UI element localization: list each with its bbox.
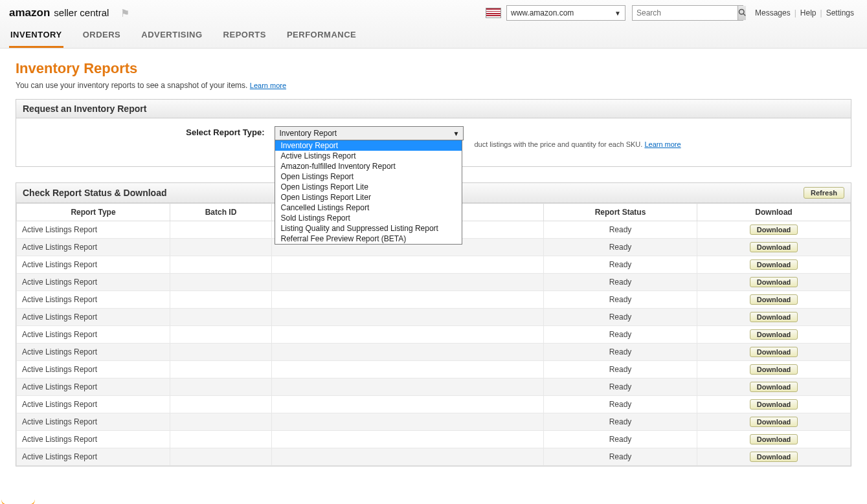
cell-report-type: Active Listings Report — [17, 326, 170, 344]
table-row: Active Listings ReportReadyDownload — [17, 256, 851, 274]
table-row: Active Listings ReportReadyDownload — [17, 344, 851, 361]
cell-batch-id — [170, 361, 272, 378]
report-type-option[interactable]: Open Listings Report — [275, 171, 462, 182]
col-report-type: Report Type — [17, 204, 170, 221]
cell-download: Download — [697, 239, 851, 256]
logo[interactable]: amazon seller central — [9, 6, 109, 19]
report-type-option[interactable]: Referral Fee Preview Report (BETA) — [275, 234, 462, 244]
report-type-option[interactable]: Listing Quality and Suppressed Listing R… — [275, 223, 462, 234]
download-button[interactable]: Download — [750, 452, 798, 462]
report-type-option[interactable]: Sold Listings Report — [275, 213, 462, 223]
report-type-select[interactable]: Inventory Report ▼ Inventory ReportActiv… — [275, 126, 464, 140]
cell-status: Ready — [544, 239, 697, 256]
cell-download: Download — [697, 378, 851, 396]
report-type-option[interactable]: Open Listings Report Liter — [275, 192, 462, 203]
cell-date — [272, 274, 544, 291]
tab-performance[interactable]: PERFORMANCE — [286, 30, 357, 48]
cell-date — [272, 431, 544, 448]
download-button[interactable]: Download — [750, 259, 798, 270]
cell-date — [272, 326, 544, 344]
cell-batch-id — [170, 344, 272, 361]
cell-status: Ready — [544, 221, 697, 239]
cell-report-type: Active Listings Report — [17, 256, 170, 274]
cell-status: Ready — [544, 256, 697, 274]
cell-report-type: Active Listings Report — [17, 344, 170, 361]
chevron-down-icon: ▼ — [453, 130, 460, 137]
marketplace-value: www.amazon.com — [511, 8, 574, 17]
download-button[interactable]: Download — [750, 312, 798, 322]
cell-status: Ready — [544, 326, 697, 344]
download-button[interactable]: Download — [750, 329, 798, 340]
table-row: Active Listings ReportReadyDownload — [17, 431, 851, 448]
cell-report-type: Active Listings Report — [17, 378, 170, 396]
download-button[interactable]: Download — [750, 417, 798, 427]
cell-download: Download — [697, 413, 851, 431]
download-button[interactable]: Download — [750, 347, 798, 357]
cell-status: Ready — [544, 448, 697, 466]
svg-line-1 — [743, 14, 745, 16]
search-icon — [738, 8, 746, 18]
cell-date — [272, 396, 544, 413]
tab-inventory[interactable]: INVENTORY — [9, 30, 63, 48]
download-button[interactable]: Download — [750, 382, 798, 392]
report-type-option[interactable]: Active Listings Report — [275, 151, 462, 161]
settings-link[interactable]: Settings — [822, 8, 858, 17]
page-title: Inventory Reports — [16, 60, 851, 77]
cell-status: Ready — [544, 413, 697, 431]
cell-status: Ready — [544, 378, 697, 396]
tab-reports[interactable]: REPORTS — [222, 30, 267, 48]
cell-status: Ready — [544, 309, 697, 326]
table-row: Active Listings ReportReadyDownload — [17, 448, 851, 466]
help-learn-more-link[interactable]: Learn more — [644, 140, 681, 148]
cell-status: Ready — [544, 274, 697, 291]
download-button[interactable]: Download — [750, 434, 798, 444]
download-button[interactable]: Download — [750, 294, 798, 305]
download-button[interactable]: Download — [750, 399, 798, 410]
cell-batch-id — [170, 448, 272, 466]
search-button[interactable] — [738, 6, 746, 20]
download-button[interactable]: Download — [750, 225, 798, 235]
marketplace-selector[interactable]: www.amazon.com ▼ — [506, 5, 625, 21]
report-type-option[interactable]: Cancelled Listings Report — [275, 203, 462, 213]
tab-orders[interactable]: ORDERS — [82, 30, 122, 48]
logo-main: amazon — [9, 6, 50, 19]
learn-more-link[interactable]: Learn more — [250, 82, 286, 89]
cell-download: Download — [697, 274, 851, 291]
cell-download: Download — [697, 361, 851, 378]
report-type-option[interactable]: Inventory Report — [275, 140, 462, 151]
report-type-option[interactable]: Open Listings Report Lite — [275, 182, 462, 192]
request-panel: Request an Inventory Report Select Repor… — [16, 99, 851, 167]
cell-date — [272, 309, 544, 326]
download-button[interactable]: Download — [750, 277, 798, 287]
cell-report-type: Active Listings Report — [17, 431, 170, 448]
report-type-option[interactable]: Amazon-fulfilled Inventory Report — [275, 161, 462, 171]
refresh-button[interactable]: Refresh — [804, 187, 844, 199]
table-row: Active Listings ReportReadyDownload — [17, 396, 851, 413]
cell-download: Download — [697, 221, 851, 239]
table-row: Active Listings ReportReadyDownload — [17, 326, 851, 344]
cell-report-type: Active Listings Report — [17, 413, 170, 431]
cell-date — [272, 291, 544, 309]
cell-batch-id — [170, 291, 272, 309]
col-status: Report Status — [544, 204, 697, 221]
search-input[interactable] — [633, 8, 738, 17]
cell-status: Ready — [544, 396, 697, 413]
cell-batch-id — [170, 221, 272, 239]
col-batch-id: Batch ID — [170, 204, 272, 221]
cell-download: Download — [697, 291, 851, 309]
download-button[interactable]: Download — [750, 364, 798, 375]
help-link[interactable]: Help — [796, 8, 820, 17]
messages-link[interactable]: Messages — [751, 8, 794, 17]
cell-report-type: Active Listings Report — [17, 361, 170, 378]
report-type-value: Inventory Report — [279, 129, 337, 138]
cell-download: Download — [697, 309, 851, 326]
cell-status: Ready — [544, 431, 697, 448]
cell-download: Download — [697, 396, 851, 413]
cell-download: Download — [697, 431, 851, 448]
tab-advertising[interactable]: ADVERTISING — [140, 30, 203, 48]
cell-batch-id — [170, 309, 272, 326]
search-wrap — [632, 5, 743, 21]
download-button[interactable]: Download — [750, 242, 798, 252]
col-download: Download — [697, 204, 851, 221]
us-flag-icon — [486, 8, 501, 18]
